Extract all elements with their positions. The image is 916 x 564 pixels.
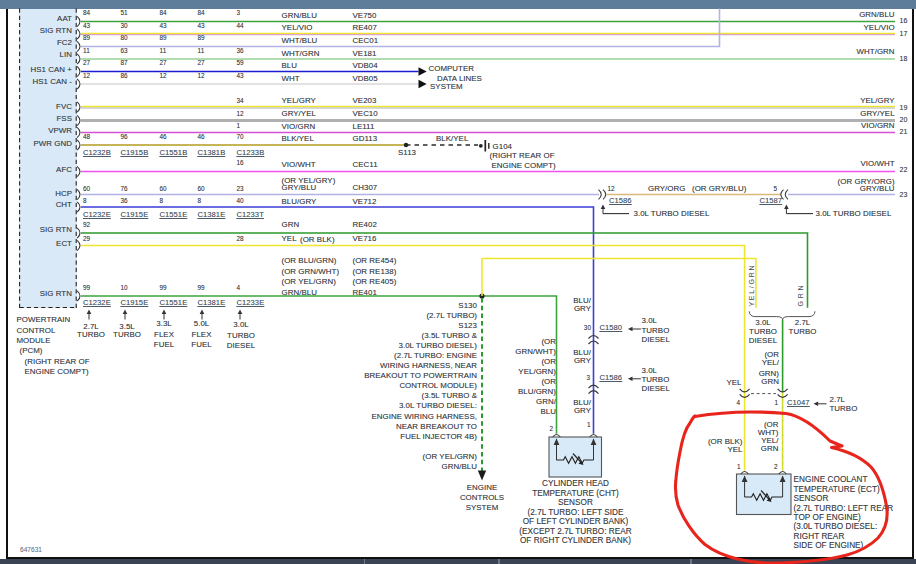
svg-text:YEL/GRN: YEL/GRN [748,266,755,307]
svg-text:GRN: GRN [797,286,804,307]
